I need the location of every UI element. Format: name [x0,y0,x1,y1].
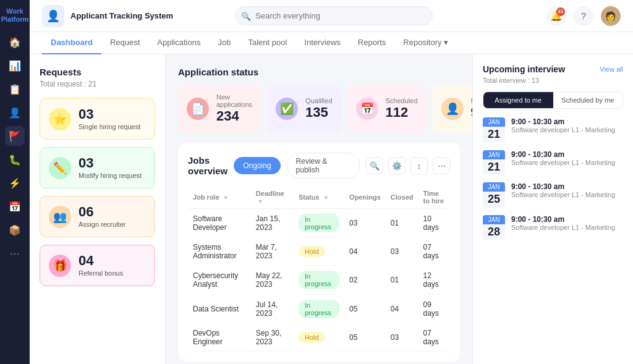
table-row[interactable]: Cybersecurity Analyst May 22, 2023 In pr… [188,266,450,295]
new-apps-icon: 📄 [187,98,209,120]
cell-deadline: Jan 15, 2023 [251,209,294,238]
status-card-interviewed[interactable]: 👤 Interviewed 94 [433,85,472,133]
cell-deadline: Jul 14, 2023 [251,295,294,324]
sidebar-icon-calendar[interactable]: 📅 [5,197,25,216]
tab-reports[interactable]: Reports [349,32,395,54]
application-status-title: Application status [178,67,460,77]
cell-time: 10 days [418,209,450,238]
search-tool-button[interactable]: 🔍 [366,157,383,174]
interview-day: 25 [483,192,505,208]
cell-role: Systems Administrator [188,238,251,266]
col-status: Status ▼ [294,186,344,209]
sort-tool-button[interactable]: ↕ [410,157,428,174]
sidebar-icon-more[interactable]: ⋯ [5,243,25,263]
sidebar-icon-home[interactable]: 🏠 [5,32,25,52]
request-card-referral[interactable]: 🎁 04 Referral bonus [40,245,155,286]
card-num-single: 03 [79,108,140,121]
qualified-num: 135 [305,104,332,121]
qualified-icon: ✅ [276,98,298,120]
requests-subtitle: Total request : 21 [40,80,155,88]
sidebar-icon-bug[interactable]: 🐛 [5,150,25,169]
view-all-link[interactable]: View all [600,66,623,73]
tab-interviews[interactable]: Interviews [295,32,349,54]
tab-ongoing[interactable]: Ongoing [234,157,280,174]
cell-status: Hold [294,238,344,266]
qualified-label: Qualified [305,97,332,104]
interview-month: Jan [483,182,505,192]
request-card-assign[interactable]: 👥 06 Assign recruiter [40,196,155,237]
scheduled-num: 112 [386,104,418,121]
avatar[interactable]: 🧑 [601,6,621,26]
interview-item[interactable]: Jan 28 9:00 - 10:30 am Software develope… [483,215,623,240]
toggle-tab-assigned[interactable]: Assigned to me [483,92,553,108]
interview-item[interactable]: Jan 21 9:00 - 10:30 am Software develope… [483,117,623,143]
sidebar: WorkPlatform 🏠 📊 📋 👤 🚩 🐛 ⚡ 📅 📦 ⋯ [0,0,30,364]
sidebar-icon-flag[interactable]: 🚩 [5,126,25,146]
request-card-modify[interactable]: ✏️ 03 Modify hiring request [40,147,155,188]
status-card-qualified[interactable]: ✅ Qualified 135 [267,85,341,133]
interview-info-2: 9:00 - 10:30 am Software developer L1 - … [511,150,615,166]
cell-closed: 04 [386,295,418,324]
sidebar-icon-user[interactable]: 👤 [5,103,25,122]
status-card-new[interactable]: 📄 New applications 234 [178,85,261,133]
interview-item[interactable]: Jan 25 9:00 - 10:30 am Software develope… [483,182,623,208]
scheduled-info: Scheduled 112 [386,97,418,121]
interview-item[interactable]: Jan 21 9:00 - 10:30 am Software develope… [483,150,623,176]
interview-day: 21 [483,159,505,176]
cell-openings: 05 [344,324,386,352]
tab-repository[interactable]: Repository ▾ [394,32,457,54]
modify-hire-icon: ✏️ [49,157,71,179]
tab-request[interactable]: Request [101,32,148,54]
jobs-title: Jobs overview [188,155,227,176]
cell-status: In progress [294,266,344,295]
tab-talent-pool[interactable]: Talent pool [239,32,295,54]
jobs-header: Jobs overview Ongoing Review & publish 🔍… [188,153,450,179]
cell-closed: 01 [386,209,418,238]
table-row[interactable]: Systems Administrator Mar 7, 2023 Hold 0… [188,238,450,266]
status-card-scheduled[interactable]: 📅 Scheduled 112 [347,85,427,133]
col-job-role: Job role ▼ [188,186,251,209]
toggle-tab-scheduled[interactable]: Scheduled by me [553,92,623,108]
table-row[interactable]: DevOps Engineer Sep 30, 2023 Hold 05 03 … [188,324,450,352]
interview-date-21b: Jan 21 [483,150,505,176]
sidebar-icon-box[interactable]: 📦 [5,220,25,240]
table-row[interactable]: Data Scientist Jul 14, 2023 In progress … [188,295,450,324]
col-openings: Openings [344,186,386,209]
interview-time-4: 9:00 - 10:30 am [511,215,615,224]
cell-time: 07 days [418,238,450,266]
notification-button[interactable]: 🔔 21 [546,6,566,26]
app-logo: WorkPlatform [1,7,29,23]
cell-openings: 05 [344,295,386,324]
left-panel: Requests Total request : 21 ⭐ 03 Single … [30,54,166,364]
card-label-single: Single hiring request [79,123,140,130]
cell-status: Hold [294,324,344,352]
tab-applications[interactable]: Applications [148,32,209,54]
more-tool-button[interactable]: ⋯ [433,157,450,174]
tab-review-publish[interactable]: Review & publish [287,153,360,179]
card-info-referral: 04 Referral bonus [79,254,123,277]
interview-time-3: 9:00 - 10:30 am [511,182,615,191]
interview-time-2: 9:00 - 10:30 am [511,150,615,159]
request-card-single[interactable]: ⭐ 03 Single hiring request [40,98,155,140]
scheduled-icon: 📅 [356,98,378,120]
interview-info-4: 9:00 - 10:30 am Software developer L1 - … [511,215,615,231]
help-button[interactable]: ? [574,6,593,26]
table-row[interactable]: Software Developer Jan 15, 2023 In progr… [188,209,450,238]
interview-time-1: 9:00 - 10:30 am [511,117,615,126]
status-badge-inprogress: In progress [299,214,339,232]
sidebar-icon-dashboard[interactable]: 📊 [5,56,25,75]
tab-dashboard[interactable]: Dashboard [42,32,101,54]
search-input[interactable] [235,6,433,25]
cell-deadline: Sep 30, 2023 [251,324,294,352]
sidebar-icon-list[interactable]: 📋 [5,79,25,99]
status-cards: 📄 New applications 234 ✅ Qualified 135 [178,85,460,133]
sidebar-icon-bolt[interactable]: ⚡ [5,173,25,193]
card-info-modify: 03 Modify hiring request [79,156,142,179]
cell-time: 07 days [418,324,450,352]
tab-job[interactable]: Job [209,32,239,54]
cell-status: In progress [294,209,344,238]
interview-month: Jan [483,215,505,224]
settings-tool-button[interactable]: ⚙️ [388,157,406,174]
search-bar[interactable]: 🔍 [235,6,433,25]
interview-info-1: 9:00 - 10:30 am Software developer L1 - … [511,117,615,133]
